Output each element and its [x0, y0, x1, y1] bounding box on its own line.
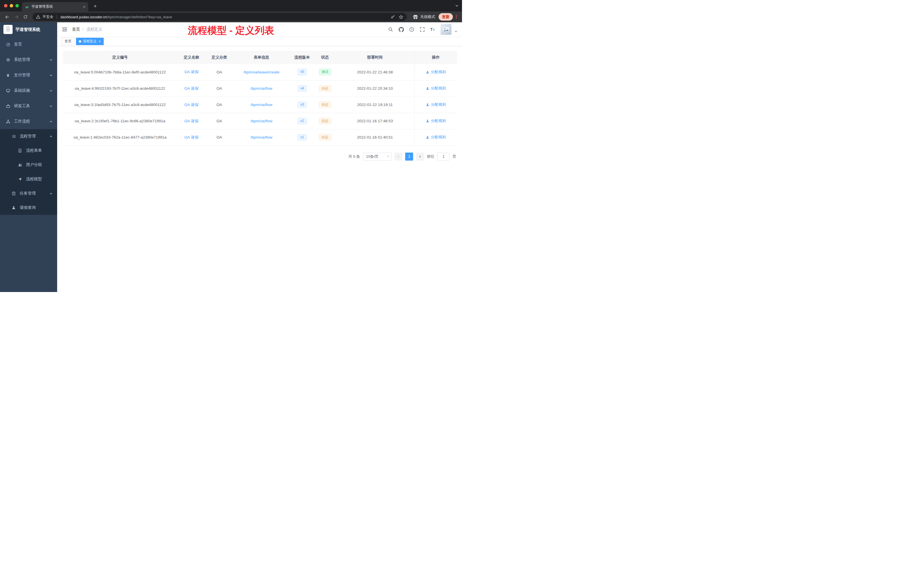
- goto-page-input[interactable]: [437, 153, 450, 160]
- sidebar-item-user-group[interactable]: 用户分组: [0, 158, 57, 172]
- user-avatar[interactable]: [441, 24, 451, 35]
- col-header-category: 定义分类: [206, 51, 233, 64]
- person-icon: [426, 119, 429, 123]
- person-icon: [426, 87, 429, 90]
- help-icon[interactable]: ?: [409, 26, 414, 32]
- cell-status: 挂起: [314, 97, 336, 113]
- form-info-link[interactable]: /bpm/oa/flow: [251, 102, 272, 107]
- sidebar-item-label: 流程表单: [26, 148, 42, 153]
- cell-category: OA: [206, 64, 233, 80]
- dashboard-icon: [6, 42, 10, 46]
- col-header-form-info: 表单信息: [233, 51, 290, 64]
- breadcrumb-home[interactable]: 首页: [72, 27, 80, 32]
- sidebar-logo[interactable]: 芋道管理系统: [0, 22, 57, 36]
- tab-search-chevron-icon[interactable]: [455, 4, 459, 7]
- search-icon[interactable]: [388, 26, 393, 32]
- cell-actions: 分配规则: [414, 97, 457, 113]
- tag-close-icon[interactable]: ×: [99, 40, 101, 43]
- sidebar-item-label: 流程模型: [26, 177, 42, 182]
- cell-deploy-time: 2022-01-16 01:40:51: [336, 129, 414, 145]
- form-info-link[interactable]: /bpm/oa/leave/create: [243, 70, 279, 74]
- new-tab-button[interactable]: +: [91, 3, 99, 10]
- close-window-button[interactable]: [4, 4, 7, 7]
- assign-rule-button[interactable]: 分配规则: [426, 135, 446, 140]
- cell-definition-name: OA 请假: [177, 129, 206, 145]
- sidebar-item-infrastructure[interactable]: 基础设施: [0, 83, 57, 98]
- sidebar-item-process-form[interactable]: 流程表单: [0, 144, 57, 158]
- definition-name-link[interactable]: OA 请假: [184, 119, 198, 123]
- url-text[interactable]: dashboard.yudao.iocoder.cn/bpm/manager/d…: [61, 15, 389, 19]
- avatar-caret-icon[interactable]: [455, 30, 457, 33]
- definition-name-link[interactable]: OA 请假: [184, 102, 198, 107]
- person-icon: [12, 206, 16, 210]
- cell-form-info: /bpm/oa/flow: [233, 80, 290, 97]
- bookmark-star-icon[interactable]: [399, 15, 403, 20]
- forward-button[interactable]: [12, 13, 21, 21]
- definition-name-link[interactable]: OA 请假: [184, 135, 198, 139]
- sidebar-item-label: 研发工具: [14, 104, 30, 109]
- tab-strip: 芋道管理系统 × +: [0, 0, 462, 12]
- browser-menu-kebab-icon[interactable]: ⋮: [454, 15, 459, 19]
- tag-process-definition[interactable]: 流程定义 ×: [76, 38, 104, 45]
- form-info-link[interactable]: /bpm/oa/flow: [251, 119, 272, 123]
- status-badge: 激活: [319, 69, 332, 76]
- table-header-row: 定义编号 定义名称 定义分类 表单信息 流程版本 状态 部署时间 操作: [63, 51, 457, 64]
- not-secure-warning-icon[interactable]: [36, 15, 40, 19]
- assign-rule-button[interactable]: 分配规则: [426, 102, 446, 107]
- version-badge: v2: [297, 118, 307, 125]
- definition-name-link[interactable]: OA 请假: [184, 86, 198, 91]
- font-size-icon[interactable]: TT: [430, 26, 436, 32]
- sidebar-item-system[interactable]: 系统管理: [0, 52, 57, 68]
- col-header-version: 流程版本: [290, 51, 314, 64]
- goto-unit: 页: [452, 154, 456, 159]
- definition-name-link[interactable]: OA 请假: [184, 70, 198, 74]
- prev-page-button[interactable]: [394, 153, 402, 160]
- cell-definition-id: oa_leave:4:991f2193-7b7f-11ec-a3c8-acde4…: [63, 80, 177, 97]
- status-badge: 挂起: [319, 85, 332, 92]
- tag-home[interactable]: 首页: [62, 38, 74, 45]
- breadcrumb-current: 流程定义: [86, 27, 102, 32]
- zoom-window-button[interactable]: [15, 4, 19, 7]
- assign-rule-button[interactable]: 分配规则: [426, 86, 446, 91]
- address-bar[interactable]: 不安全 dashboard.yudao.iocoder.cn/bpm/manag…: [33, 13, 407, 21]
- sidebar-item-task-management[interactable]: 任务管理: [0, 186, 57, 201]
- not-secure-label[interactable]: 不安全: [43, 15, 53, 20]
- sidebar-item-leave-query[interactable]: 请假查询: [0, 201, 57, 215]
- sidebar-item-payment[interactable]: ¥ 支付管理: [0, 68, 57, 83]
- cell-form-info: /bpm/oa/flow: [233, 97, 290, 113]
- sidebar-item-label: 基础设施: [14, 88, 30, 93]
- app-window: 芋道管理系统 首页 系统管理 ¥ 支付管理 基础设施: [0, 22, 462, 292]
- assign-rule-button[interactable]: 分配规则: [426, 69, 446, 74]
- password-key-icon[interactable]: [391, 15, 395, 19]
- minimize-window-button[interactable]: [10, 4, 13, 7]
- table-row: oa_leave:2:3c1f0ef1-76b1-11ec-9c66-a2380…: [63, 113, 457, 129]
- cell-version: v5: [290, 64, 314, 80]
- col-header-definition-name: 定义名称: [177, 51, 206, 64]
- update-chip[interactable]: 更新: [439, 13, 453, 21]
- hamburger-icon[interactable]: [62, 26, 68, 32]
- form-info-link[interactable]: /bpm/oa/flow: [251, 86, 272, 91]
- browser-tab[interactable]: 芋道管理系统 ×: [22, 2, 88, 12]
- fullscreen-icon[interactable]: [419, 26, 425, 32]
- sidebar-item-home[interactable]: 首页: [0, 36, 57, 52]
- sidebar-item-workflow[interactable]: 工作流程: [0, 114, 57, 129]
- assign-rule-label: 分配规则: [431, 86, 446, 91]
- back-button[interactable]: [3, 13, 12, 21]
- top-navbar: 首页 / 流程定义 ? TT: [57, 22, 462, 36]
- next-page-button[interactable]: [416, 153, 424, 160]
- page-size-select[interactable]: 10条/页 ▾: [363, 153, 391, 160]
- sidebar-item-process-model[interactable]: 流程模型: [0, 172, 57, 186]
- assign-rule-button[interactable]: 分配规则: [426, 118, 446, 124]
- cell-actions: 分配规则: [414, 80, 457, 97]
- page-number-button[interactable]: 1: [405, 153, 413, 160]
- sidebar-item-devtools[interactable]: 研发工具: [0, 98, 57, 114]
- cell-deploy-time: 2022-01-22 21:48:38: [336, 64, 414, 80]
- tab-close-icon[interactable]: ×: [83, 5, 86, 9]
- reload-button[interactable]: [21, 13, 30, 21]
- sidebar-item-process-management[interactable]: 流程管理: [0, 129, 57, 144]
- form-info-link[interactable]: /bpm/oa/flow: [251, 135, 272, 139]
- github-icon[interactable]: [398, 26, 404, 32]
- svg-text:?: ?: [411, 28, 412, 31]
- cell-version: v2: [290, 113, 314, 129]
- incognito-label: 无痕模式: [420, 14, 435, 20]
